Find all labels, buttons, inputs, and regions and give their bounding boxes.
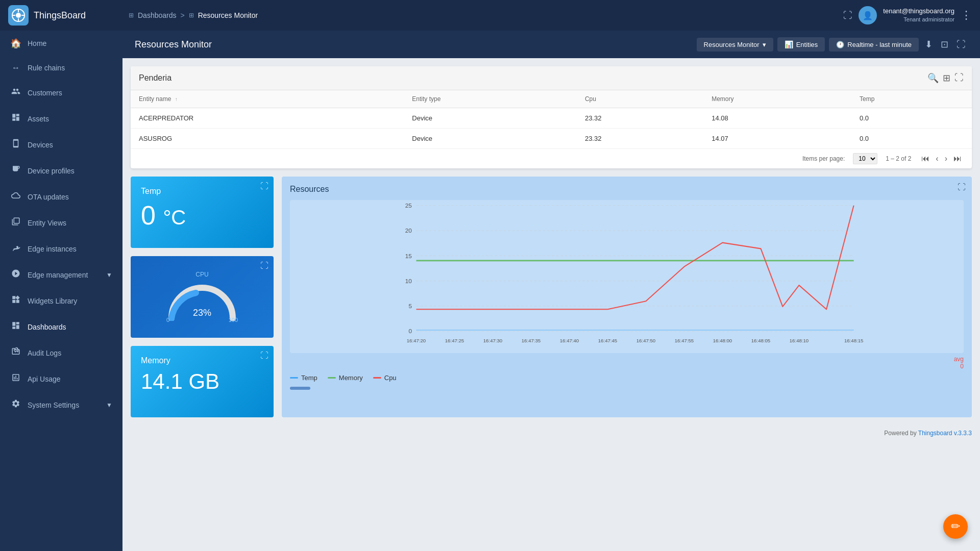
sidebar-item-devices[interactable]: Devices: [0, 132, 122, 158]
app-name: ThingsBoard: [34, 10, 86, 21]
main-content: Resources Monitor Resources Monitor ▾ 📊 …: [122, 31, 980, 551]
sidebar-item-dashboards[interactable]: Dashboards: [0, 314, 122, 340]
items-per-page-select[interactable]: 10 25 50: [853, 153, 877, 164]
sidebar-label-system-settings: System Settings: [28, 401, 79, 409]
data-table: Entity name ↑ Entity type Cpu Memory Tem…: [131, 90, 972, 149]
dropdown-arrow-icon: ▾: [763, 41, 766, 48]
table-header: Penderia 🔍 ⊞ ⛶: [131, 66, 972, 90]
dashboard-toolbar: Resources Monitor ▾ 📊 Entities 🕐 Realtim…: [697, 37, 968, 52]
sidebar-item-device-profiles[interactable]: Device profiles: [0, 158, 122, 184]
col-cpu[interactable]: Cpu: [577, 90, 703, 108]
screenshot-btn[interactable]: ⊡: [939, 37, 950, 52]
download-btn[interactable]: ⬇: [923, 37, 935, 52]
svg-text:5: 5: [408, 303, 412, 309]
sidebar-label-rule-chains: Rule chains: [28, 64, 65, 72]
sidebar-item-customers[interactable]: Customers: [0, 80, 122, 106]
col-entity-type[interactable]: Entity type: [404, 90, 577, 108]
more-menu-btn[interactable]: ⋮: [961, 9, 972, 22]
search-icon[interactable]: 🔍: [927, 72, 939, 84]
page-footer: Powered by Thingsboard v.3.3.3: [122, 425, 980, 441]
memory-widget: ⛶ Memory 14.1 GB: [131, 346, 274, 417]
cell-temp: 0.0: [851, 129, 972, 149]
dashboard-title: Resources Monitor: [135, 39, 689, 50]
cpu-gauge-svg: 23%: [166, 280, 238, 321]
devices-icon: [10, 139, 21, 151]
chart-scroll-handle[interactable]: [290, 387, 310, 390]
col-memory[interactable]: Memory: [703, 90, 851, 108]
chart-expand-btn[interactable]: ⛶: [958, 183, 966, 192]
breadcrumb-current: Resources Monitor: [198, 11, 258, 19]
legend-cpu-dot: [373, 377, 381, 379]
svg-text:16:47:55: 16:47:55: [675, 338, 694, 343]
app-brand: ThingsBoard: [8, 5, 120, 26]
entities-btn[interactable]: 📊 Entities: [777, 37, 825, 52]
realtime-btn[interactable]: 🕐 Realtime - last minute: [829, 38, 919, 52]
navbar-right: ⛶ 👤 tenant@thingsboard.org Tenant admini…: [843, 6, 972, 24]
next-page-btn[interactable]: ›: [943, 153, 949, 164]
svg-text:15: 15: [405, 253, 412, 259]
sidebar-item-audit-logs[interactable]: Audit Logs: [0, 340, 122, 366]
app-logo: [8, 5, 29, 26]
memory-expand-btn[interactable]: ⛶: [260, 351, 268, 360]
svg-text:16:47:30: 16:47:30: [483, 338, 502, 343]
svg-text:23%: 23%: [193, 308, 211, 318]
table-footer: Items per page: 10 25 50 1 – 2 of 2 ⏮ ‹ …: [131, 149, 972, 168]
sidebar-item-api-usage[interactable]: Api Usage: [0, 366, 122, 392]
legend-temp-dot: [290, 377, 298, 379]
edge-instances-icon: [10, 243, 21, 255]
breadcrumb-separator: >: [181, 11, 185, 19]
edit-fab[interactable]: ✏: [943, 514, 968, 539]
table-container: Entity name ↑ Entity type Cpu Memory Tem…: [131, 90, 972, 168]
chart-title: Resources: [290, 185, 964, 194]
clock-icon: 🕐: [836, 41, 844, 48]
temp-widget-title: Temp: [141, 187, 263, 196]
col-temp[interactable]: Temp: [851, 90, 972, 108]
col-entity-name[interactable]: Entity name ↑: [131, 90, 404, 108]
first-page-btn[interactable]: ⏮: [919, 153, 932, 164]
svg-text:16:48:00: 16:48:00: [713, 338, 732, 343]
sidebar-item-rule-chains[interactable]: ↔ Rule chains: [0, 56, 122, 80]
cpu-expand-btn[interactable]: ⛶: [260, 261, 268, 270]
rule-chains-icon: ↔: [10, 63, 21, 72]
cell-cpu: 23.32: [577, 129, 703, 149]
sidebar-item-assets[interactable]: Assets: [0, 106, 122, 132]
footer-link[interactable]: Thingsboard v.3.3.3: [918, 430, 972, 437]
sidebar-item-ota-updates[interactable]: OTA updates: [0, 184, 122, 210]
user-avatar[interactable]: 👤: [859, 6, 877, 24]
fullscreen-table-icon[interactable]: ⛶: [954, 72, 964, 84]
sidebar-label-devices: Devices: [28, 141, 53, 149]
legend-memory: Memory: [328, 374, 363, 382]
columns-icon[interactable]: ⊞: [943, 72, 950, 84]
dashboard-header: Resources Monitor Resources Monitor ▾ 📊 …: [122, 31, 980, 58]
sidebar-item-system-settings[interactable]: System Settings ▼: [0, 392, 122, 418]
sidebar-item-edge-instances[interactable]: Edge instances: [0, 236, 122, 262]
svg-text:16:48:15: 16:48:15: [844, 338, 863, 343]
items-per-page-label: Items per page:: [802, 155, 845, 162]
prev-page-btn[interactable]: ‹: [934, 153, 940, 164]
sort-asc-icon: ↑: [175, 96, 178, 102]
fullscreen-btn[interactable]: ⛶: [843, 10, 852, 21]
entities-label: Entities: [796, 41, 818, 48]
fullscreen-dashboard-btn[interactable]: ⛶: [954, 37, 968, 52]
edge-management-arrow: ▼: [106, 271, 112, 279]
resources-monitor-btn[interactable]: Resources Monitor ▾: [697, 38, 773, 52]
table-header-row: Entity name ↑ Entity type Cpu Memory Tem…: [131, 90, 972, 108]
entity-views-icon: [10, 217, 21, 229]
svg-text:0: 0: [408, 328, 412, 334]
dashboards-icon: ⊞: [129, 12, 134, 19]
top-navbar: ThingsBoard ⊞ Dashboards > ⊞ Resources M…: [0, 0, 980, 31]
sidebar-item-home[interactable]: 🏠 Home: [0, 31, 122, 56]
sidebar-item-edge-management[interactable]: Edge management ▼: [0, 262, 122, 288]
customers-icon: [10, 87, 21, 98]
cell-cpu: 23.32: [577, 108, 703, 129]
temp-expand-btn[interactable]: ⛶: [260, 182, 268, 191]
pagination-controls: ⏮ ‹ › ⏭: [919, 153, 964, 164]
sidebar-item-entity-views[interactable]: Entity Views: [0, 210, 122, 236]
last-page-btn[interactable]: ⏭: [951, 153, 964, 164]
breadcrumb: ⊞ Dashboards > ⊞ Resources Monitor: [129, 11, 258, 19]
svg-text:16:47:50: 16:47:50: [636, 338, 655, 343]
legend-cpu-label: Cpu: [384, 374, 397, 382]
sidebar-item-widgets-library[interactable]: Widgets Library: [0, 288, 122, 314]
breadcrumb-dashboards[interactable]: Dashboards: [138, 11, 177, 19]
legend-memory-label: Memory: [339, 374, 363, 382]
